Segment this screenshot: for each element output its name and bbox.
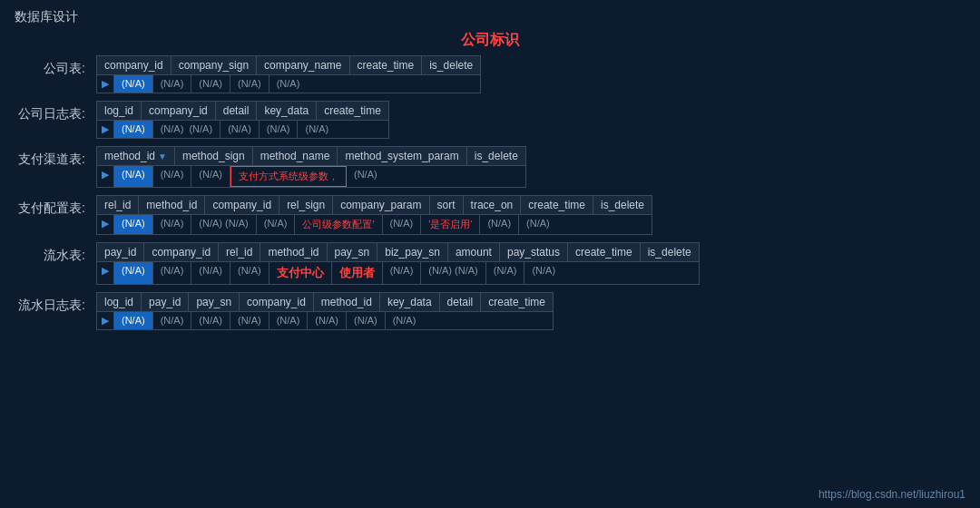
col-method_id: method_id [314, 293, 380, 311]
col-log_id: log_id [97, 293, 142, 311]
col-company_id: company_id [97, 56, 172, 74]
center-label: 公司标识 [15, 31, 965, 50]
col-amount: amount [448, 243, 500, 261]
row-arrow: ▶ [97, 121, 114, 138]
dropdown-icon: ▼ [158, 151, 167, 161]
col-company_id: company_id [205, 196, 279, 214]
col-rel_sign: rel_sign [279, 196, 333, 214]
col-company_id: company_id [142, 102, 216, 120]
cell-amount: (N/A) [383, 262, 422, 284]
cell-trace_on: '是否启用' [421, 215, 480, 234]
company-table: company_id company_sign company_name cre… [96, 55, 481, 93]
flow-log-label: 流水日志表: [15, 292, 96, 314]
cell-create_time: (N/A) [486, 262, 525, 284]
company-log-table-section: 公司日志表: log_id company_id detail key_data… [15, 101, 965, 139]
cell-pay_status: (N/A) (N/A) [421, 262, 485, 284]
col-method_id: method_id ▼ [97, 147, 175, 165]
col-create_time: create_time [568, 243, 641, 261]
flow-table-section: 流水表: pay_id company_id rel_id method_id … [15, 242, 965, 285]
col-log_id: log_id [97, 102, 142, 120]
cell-key_data: (N/A) [308, 312, 347, 329]
cell-log_id: (N/A) [114, 121, 153, 138]
footer-url: https://blog.csdn.net/liuzhirou1 [818, 488, 965, 501]
cell-company_id: (N/A) (N/A) [153, 121, 220, 138]
cell-company_id: (N/A) [153, 262, 192, 284]
cell-is_delete: (N/A) [524, 262, 563, 284]
cell-key_data: (N/A) [260, 121, 299, 138]
col-company_param: company_param [333, 196, 429, 214]
cell-rel_id: (N/A) [191, 262, 230, 284]
cell-biz_pay_sn: 使用者 [332, 262, 383, 284]
col-pay_sn: pay_sn [189, 293, 240, 311]
cell-pay_sn: 支付中心 [270, 262, 332, 284]
col-company_id: company_id [240, 293, 314, 311]
col-key_data: key_data [380, 293, 440, 311]
col-company_name: company_name [257, 56, 349, 74]
pay-config-label: 支付配置表: [15, 195, 96, 217]
row-arrow: ▶ [97, 215, 114, 234]
cell-method_id: (N/A) [153, 215, 192, 234]
col-method_name: method_name [253, 147, 338, 165]
cell-rel_sign: (N/A) [257, 215, 296, 234]
flow-table: pay_id company_id rel_id method_id pay_s… [96, 242, 700, 285]
cell-method_system_param: 支付方式系统级参数， [230, 166, 347, 187]
row-arrow: ▶ [97, 262, 114, 284]
col-sort: sort [430, 196, 464, 214]
col-trace_on: trace_on [464, 196, 522, 214]
col-create_time: create_time [481, 293, 553, 311]
flow-log-table: log_id pay_id pay_sn company_id method_i… [96, 292, 554, 330]
flow-log-table-section: 流水日志表: log_id pay_id pay_sn company_id m… [15, 292, 965, 330]
pay-config-table: rel_id method_id company_id rel_sign com… [96, 195, 652, 235]
col-create_time: create_time [350, 56, 423, 74]
col-company_sign: company_sign [172, 56, 257, 74]
pay-channel-label: 支付渠道表: [15, 146, 96, 168]
cell-company_sign: (N/A) [153, 75, 192, 93]
company-table-section: 公司表: company_id company_sign company_nam… [15, 55, 965, 93]
cell-is_delete: (N/A) [270, 75, 308, 93]
pay-channel-table: method_id ▼ method_sign method_name meth… [96, 146, 526, 188]
cell-is_delete: (N/A) [519, 215, 557, 234]
cell-company_param: 公司级参数配置' [295, 215, 382, 234]
cell-company_name: (N/A) [191, 75, 230, 93]
cell-company_id: (N/A) [114, 75, 153, 93]
col-pay_status: pay_status [500, 243, 568, 261]
col-method_id: method_id [260, 243, 327, 261]
cell-company_id: (N/A) [230, 312, 270, 329]
col-rel_id: rel_id [219, 243, 260, 261]
row-arrow: ▶ [97, 312, 114, 329]
col-pay_id: pay_id [97, 243, 144, 261]
cell-method_id: (N/A) [230, 262, 270, 284]
cell-method_name: (N/A) [191, 166, 230, 187]
col-is_delete: is_delete [422, 56, 480, 74]
row-arrow: ▶ [97, 166, 114, 187]
page-title: 数据库设计 [0, 0, 980, 31]
company-log-label: 公司日志表: [15, 101, 96, 122]
cell-company_id: (N/A) (N/A) [191, 215, 256, 234]
cell-pay_sn: (N/A) [191, 312, 230, 329]
flow-table-label: 流水表: [15, 242, 96, 264]
cell-rel_id: (N/A) [114, 215, 153, 234]
col-biz_pay_sn: biz_pay_sn [377, 243, 448, 261]
col-company_id: company_id [144, 243, 219, 261]
col-create_time: create_time [317, 102, 388, 120]
cell-create_time: (N/A) [298, 121, 336, 138]
cell-detail: (N/A) [220, 121, 260, 138]
col-rel_id: rel_id [97, 196, 139, 214]
cell-sort: (N/A) [383, 215, 422, 234]
col-method_sign: method_sign [175, 147, 253, 165]
cell-create_time: (N/A) [230, 75, 270, 93]
cell-is_delete: (N/A) [347, 166, 385, 187]
col-create_time: create_time [521, 196, 593, 214]
cell-pay_id: (N/A) [114, 262, 153, 284]
cell-method_id: (N/A) [114, 166, 153, 187]
col-is_delete: is_delete [641, 243, 699, 261]
cell-detail: (N/A) [347, 312, 386, 329]
company-table-label: 公司表: [15, 55, 96, 77]
cell-create_time: (N/A) [480, 215, 519, 234]
cell-pay_id: (N/A) [153, 312, 192, 329]
col-pay_id: pay_id [142, 293, 189, 311]
cell-method_sign: (N/A) [153, 166, 192, 187]
company-log-table: log_id company_id detail key_data create… [96, 101, 389, 139]
cell-create_time: (N/A) [386, 312, 424, 329]
pay-channel-table-section: 支付渠道表: method_id ▼ method_sign method_na… [15, 146, 965, 188]
